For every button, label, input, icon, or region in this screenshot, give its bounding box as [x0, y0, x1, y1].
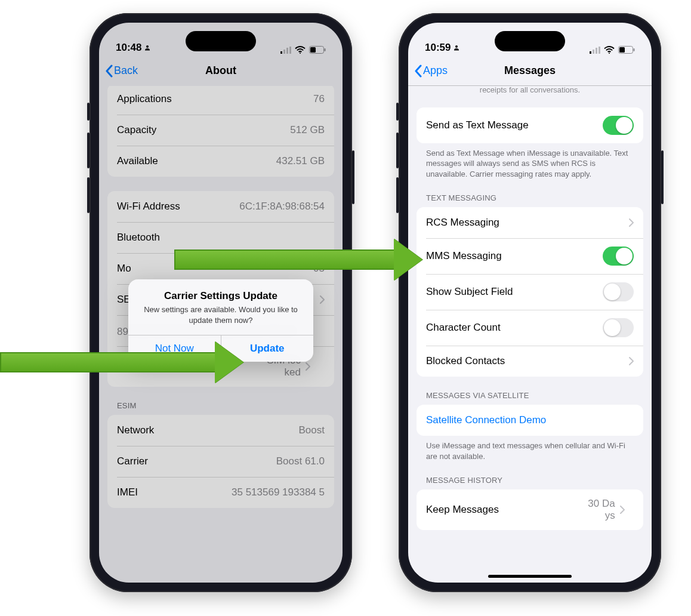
nav-bar: Apps Messages — [408, 56, 652, 86]
location-icon — [144, 44, 151, 51]
partial-footer-text: receipts for all conversations. — [417, 86, 643, 99]
back-label: Apps — [423, 64, 448, 77]
row-keep-messages[interactable]: Keep Messages 30 Days — [417, 489, 643, 530]
row-mms-messaging[interactable]: MMS Messaging — [417, 238, 643, 274]
nav-bar: Back About — [99, 56, 343, 86]
row-applications[interactable]: Applications 76 — [107, 86, 334, 115]
toggle-subject[interactable] — [603, 282, 634, 301]
row-send-as-text[interactable]: Send as Text Message — [417, 107, 643, 143]
svg-rect-8 — [325, 48, 326, 51]
chevron-right-icon — [629, 218, 634, 227]
svg-rect-15 — [590, 51, 591, 54]
cell-signal-icon — [280, 47, 291, 54]
toggle-send-as-text[interactable] — [603, 116, 634, 135]
about-group-esim: Network Boost Carrier Boost 61.0 IMEI 35… — [107, 415, 334, 508]
svg-rect-9 — [310, 47, 316, 53]
row-carrier[interactable]: Carrier Boost 61.0 — [107, 446, 334, 477]
svg-rect-3 — [286, 48, 288, 54]
chevron-right-icon — [320, 295, 325, 304]
row-show-subject[interactable]: Show Subject Field — [417, 274, 643, 310]
status-time: 10:48 — [116, 42, 141, 54]
row-network[interactable]: Network Boost — [107, 415, 334, 446]
section-header-satellite: MESSAGES VIA SATELLITE — [417, 391, 643, 405]
screen-right: 10:59 Apps Messages receipts for all con… — [408, 23, 652, 583]
svg-rect-13 — [596, 48, 597, 54]
row-wifi-address[interactable]: Wi-Fi Address 6C:1F:8A:98:68:54 — [107, 191, 334, 222]
location-icon — [453, 44, 460, 51]
back-label: Back — [114, 64, 138, 77]
svg-rect-5 — [280, 51, 282, 54]
cell-signal-icon — [590, 47, 600, 54]
back-button[interactable]: Apps — [414, 64, 448, 78]
home-indicator — [488, 575, 572, 578]
svg-rect-19 — [619, 47, 625, 53]
send-text-footer: Send as Text Message when iMessage is un… — [417, 143, 643, 180]
row-character-count[interactable]: Character Count — [417, 310, 643, 346]
alert-message: New settings are available. Would you li… — [139, 304, 303, 325]
svg-rect-14 — [599, 47, 600, 54]
row-capacity[interactable]: Capacity 512 GB — [107, 115, 334, 146]
svg-rect-18 — [634, 48, 635, 51]
svg-point-6 — [300, 53, 301, 54]
row-available[interactable]: Available 432.51 GB — [107, 146, 334, 177]
dynamic-island — [186, 31, 256, 51]
chevron-right-icon — [629, 357, 634, 365]
dynamic-island — [495, 31, 565, 51]
svg-rect-4 — [289, 47, 291, 54]
svg-rect-2 — [283, 50, 285, 54]
toggle-charcount[interactable] — [603, 318, 634, 337]
section-header-history: MESSAGE HISTORY — [417, 476, 643, 489]
annotation-arrow-1 — [0, 341, 243, 383]
section-header-text-messaging: TEXT MESSAGING — [417, 193, 643, 207]
section-header-esim: ESIM — [107, 401, 334, 415]
battery-icon — [309, 46, 326, 54]
svg-point-16 — [609, 53, 610, 54]
row-imei[interactable]: IMEI 35 513569 193384 5 — [107, 477, 334, 508]
chevron-right-icon — [306, 362, 310, 371]
page-title: About — [205, 64, 236, 77]
annotation-arrow-2 — [174, 239, 422, 281]
chevron-right-icon — [620, 506, 625, 514]
battery-icon — [618, 46, 635, 54]
about-group-1: Applications 76 Capacity 512 GB Availabl… — [107, 86, 334, 177]
svg-point-0 — [146, 45, 149, 48]
alert-title: Carrier Settings Update — [139, 290, 303, 302]
phone-left: 10:48 Back About Applicat — [90, 13, 352, 592]
back-button[interactable]: Back — [105, 64, 138, 78]
svg-rect-12 — [593, 50, 594, 54]
status-time: 10:59 — [425, 42, 451, 54]
row-rcs-messaging[interactable]: RCS Messaging — [417, 207, 643, 238]
svg-point-10 — [455, 45, 458, 48]
satellite-footer: Use iMessage and text messages when cell… — [417, 436, 643, 461]
phone-right: 10:59 Apps Messages receipts for all con… — [399, 13, 661, 592]
row-satellite-demo[interactable]: Satellite Connection Demo — [417, 405, 643, 436]
page-title: Messages — [504, 64, 556, 77]
wifi-icon — [604, 46, 615, 54]
row-blocked-contacts[interactable]: Blocked Contacts — [417, 346, 643, 377]
wifi-icon — [295, 46, 306, 54]
screen-left: 10:48 Back About Applicat — [99, 23, 343, 583]
toggle-mms[interactable] — [603, 247, 634, 266]
